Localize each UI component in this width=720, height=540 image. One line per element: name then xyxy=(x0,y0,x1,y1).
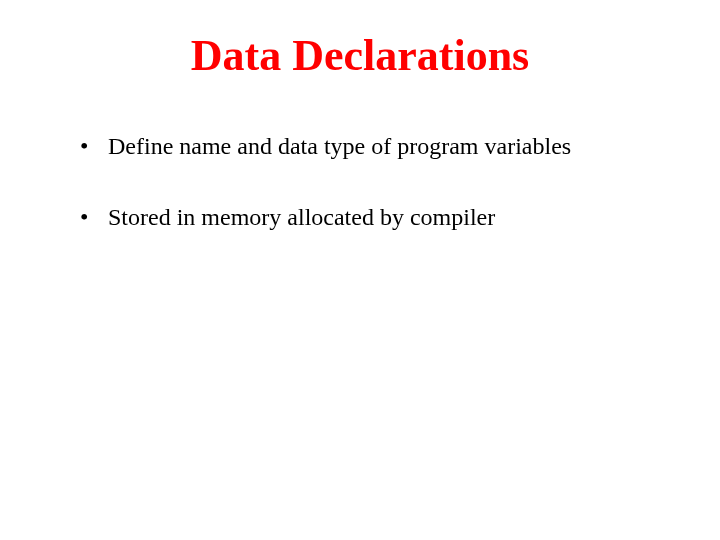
slide-title: Data Declarations xyxy=(60,30,660,81)
bullet-item: Define name and data type of program var… xyxy=(80,131,660,162)
bullet-item: Stored in memory allocated by compiler xyxy=(80,202,660,233)
bullet-list: Define name and data type of program var… xyxy=(60,131,660,233)
